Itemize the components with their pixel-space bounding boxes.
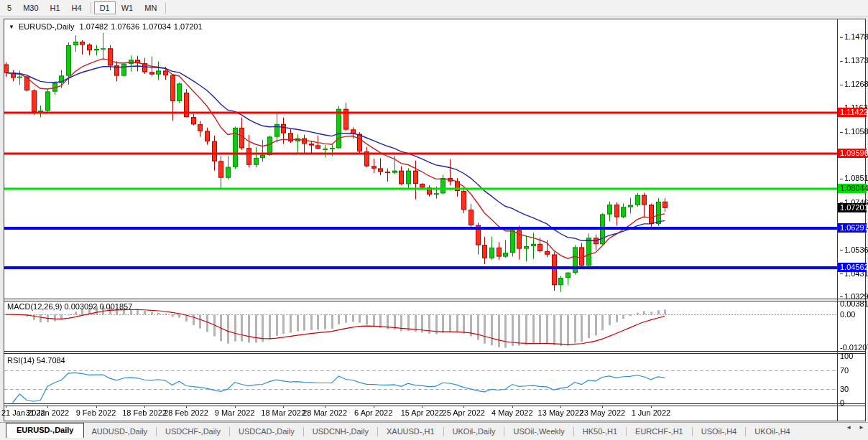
price-badge-106297: 1.06297	[838, 223, 867, 233]
price-badge-107201: 1.07201	[838, 203, 867, 212]
tab-separator	[692, 427, 693, 436]
chart-tab-eurusd-daily[interactable]: EURUSD-,Daily	[6, 423, 84, 438]
price-badge-111422: 1.11422	[838, 108, 867, 117]
chart-tab-ukoil-daily[interactable]: UKOil-,Daily	[445, 425, 503, 438]
chart-tab-usdcnh-daily[interactable]: USDCNH-,Daily	[305, 425, 376, 438]
rsi-label: RSI(14) 54.7084	[7, 356, 65, 365]
date-label: 18 Mar 2022	[261, 408, 305, 417]
tab-separator	[504, 427, 504, 436]
rsi-axis-tick: 30	[840, 385, 849, 393]
price-tick: 1.13730	[840, 56, 868, 65]
tab-separator	[626, 427, 627, 436]
scroll-left-icon[interactable]: ◄	[846, 424, 851, 431]
date-label: 15 Apr 2022	[401, 408, 443, 417]
price-tick: 1.05360	[840, 245, 868, 254]
date-label: 1 Jun 2022	[632, 408, 670, 417]
chart-tab-eurchf-h1[interactable]: EURCHF-,H1	[628, 425, 691, 438]
chart-tab-hk50-h1[interactable]: HK50-,H1	[576, 425, 624, 438]
price-badge-104562: 1.04562	[838, 263, 867, 272]
chart-title: ▼ EURUSD-,Daily 1.07482 1.07636 1.07034 …	[9, 22, 203, 31]
date-label: 25 Apr 2022	[443, 408, 485, 417]
timeframe-button-h1[interactable]: H1	[45, 1, 66, 14]
rsi-axis-tick: 100	[840, 352, 853, 360]
date-label: 4 May 2022	[491, 408, 532, 417]
tab-separator	[229, 427, 230, 436]
ohlc-low: 1.07034	[142, 22, 171, 31]
panel-splitter-rsi[interactable]	[4, 351, 865, 354]
price-tick: 1.14780	[840, 32, 868, 41]
collapse-arrow-icon[interactable]: ▼	[9, 24, 14, 30]
price-tick: 1.10580	[840, 127, 868, 136]
tab-separator	[156, 427, 157, 436]
timeframe-toolbar: 5M30H1H4D1W1MN	[0, 0, 868, 17]
chart-tab-usoil-h4[interactable]: USOil-,H4	[694, 425, 744, 438]
chart-tab-audusd-daily[interactable]: AUDUSD-,Daily	[84, 425, 154, 438]
timeframe-button-m30[interactable]: M30	[17, 1, 44, 14]
chart-tab-usdcad-daily[interactable]: USDCAD-,Daily	[231, 425, 302, 438]
timeframe-button-d1[interactable]: D1	[94, 1, 116, 14]
price-chart-canvas[interactable]	[4, 19, 837, 421]
date-label: 6 Apr 2022	[354, 408, 392, 417]
price-badge-108044: 1.08044	[838, 184, 867, 193]
panel-splitter-macd[interactable]	[4, 299, 865, 301]
timeframe-button-h4[interactable]: H4	[66, 1, 88, 14]
date-label: 9 Feb 2022	[76, 408, 116, 417]
macd-axis-tick: -0.012072	[840, 343, 868, 352]
date-label: 13 May 2022	[538, 408, 584, 417]
chart-tab-bar: EURUSD-,DailyAUDUSD-,DailyUSDCHF-,DailyU…	[0, 422, 868, 440]
panel-splitter-dates[interactable]	[4, 403, 865, 406]
scroll-right-icon[interactable]: ►	[859, 424, 864, 431]
ohlc-close: 1.07201	[174, 22, 203, 31]
chart-tab-xauusd-h1[interactable]: XAUUSD-,H1	[379, 425, 442, 438]
chart-tab-ukoil-h4[interactable]: UKOil-,H4	[747, 425, 798, 438]
macd-axis-tick: 0.00	[840, 310, 855, 319]
tab-separator	[745, 427, 746, 436]
mt4-terminal: 5M30H1H4D1W1MN ▼ EURUSD-,Daily 1.07482 1…	[0, 0, 868, 440]
rsi-axis-tick: 0	[840, 398, 844, 407]
price-badge-109596: 1.09596	[838, 149, 867, 158]
date-label: 28 Feb 2022	[164, 408, 208, 417]
ohlc-high: 1.07636	[111, 22, 139, 31]
timeframe-button-mn[interactable]: MN	[139, 1, 162, 14]
toolbar-separator	[165, 2, 166, 14]
date-label: 31 Jan 2022	[26, 408, 70, 417]
date-label: 18 Feb 2022	[122, 408, 167, 417]
tab-separator	[377, 427, 378, 436]
date-label: 28 Mar 2022	[303, 408, 347, 417]
timeframe-button-w1[interactable]: W1	[116, 1, 139, 14]
date-label: 23 May 2022	[580, 408, 626, 417]
chart-tab-usdchf-daily[interactable]: USDCHF-,Daily	[158, 425, 228, 438]
price-tick: 1.12680	[840, 80, 868, 88]
tab-separator	[303, 427, 304, 436]
toolbar-separator	[91, 2, 91, 14]
macd-label: MACD(12,26,9) 0.003092 0.001857	[7, 302, 132, 311]
chart-tab-usoil-weekly[interactable]: USOil-,Weekly	[506, 425, 571, 438]
rsi-axis-tick: 70	[840, 366, 849, 375]
price-tick: 1.08510	[840, 174, 868, 182]
tab-scroll-controls: ◄ ►	[846, 424, 864, 431]
symbol-label: EURUSD-,Daily	[19, 22, 75, 31]
ohlc-open: 1.07482	[80, 22, 108, 31]
tab-separator	[573, 427, 574, 436]
price-axis-divider	[837, 19, 838, 421]
timeframe-button-5[interactable]: 5	[1, 1, 17, 14]
date-label: 9 Mar 2022	[215, 408, 255, 417]
macd-axis-tick: 0.003814	[840, 299, 868, 308]
tab-separator	[443, 427, 444, 436]
